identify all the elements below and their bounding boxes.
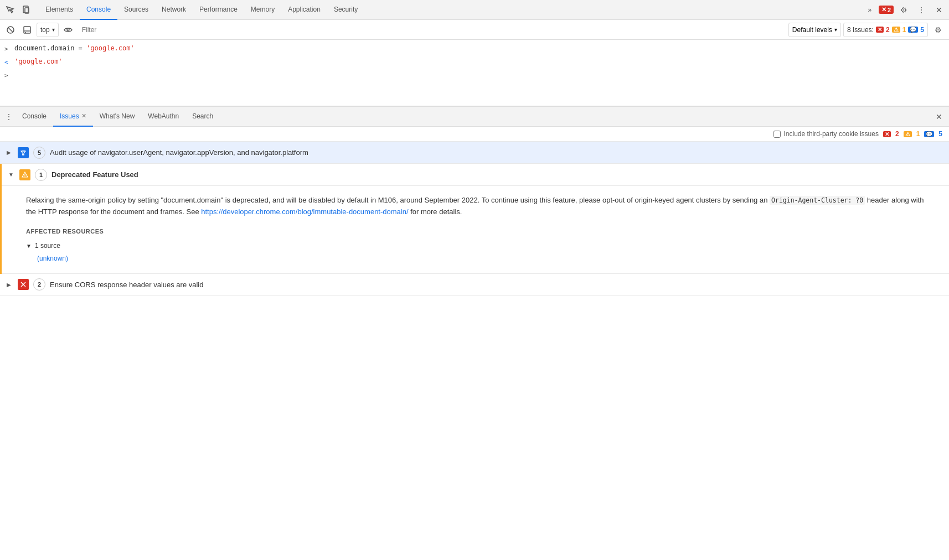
issue-row-cors[interactable]: ▶ 2 Ensure CORS response header values a…	[0, 274, 949, 296]
issue-icon-warning	[19, 169, 30, 180]
context-selector[interactable]: top ▾	[37, 23, 59, 37]
chevron-down-icon: ▾	[52, 27, 55, 33]
info-count: 5	[920, 26, 924, 34]
issues-count-badge: 8 Issues: ✕ 2 ⚠ 1 💬 5	[843, 23, 928, 37]
issue-deprecated-section: ▼ 1 Deprecated Feature Used Relaxing the…	[0, 164, 949, 274]
devtools-tab-bar: Elements Console Sources Network Perform…	[0, 0, 949, 20]
issue-count-deprecated: 1	[35, 169, 47, 181]
warning-count: 1	[902, 26, 906, 34]
collapse-arrow-deprecated: ▼	[8, 172, 15, 178]
error-count: 2	[886, 26, 890, 34]
clear-console-button[interactable]	[3, 23, 18, 37]
tab-security[interactable]: Security	[327, 0, 364, 20]
issue-title-navigator: Audit usage of navigator.userAgent, navi…	[50, 148, 308, 157]
more-menu-button[interactable]: ⋮	[914, 2, 929, 18]
filter-error-badge: ✕	[883, 131, 891, 137]
tab-network[interactable]: Network	[155, 0, 193, 20]
issue-title-cors: Ensure CORS response header values are v…	[50, 281, 203, 289]
close-devtools-button[interactable]: ✕	[931, 2, 947, 18]
bottom-more-button[interactable]: ⋮	[2, 110, 16, 123]
issues-tab-close[interactable]: ✕	[81, 112, 86, 120]
bottom-tab-bar: ⋮ Console Issues ✕ What's New WebAuthn S…	[0, 107, 949, 127]
top-icon-group	[2, 2, 34, 18]
bottom-tab-search[interactable]: Search	[185, 107, 220, 127]
svg-rect-4	[24, 27, 30, 33]
bottom-tab-whatsnew[interactable]: What's New	[93, 107, 142, 127]
svg-rect-8	[22, 151, 25, 152]
collapse-arrow-navigator: ▶	[7, 149, 13, 155]
bottom-tab-issues[interactable]: Issues ✕	[53, 107, 93, 127]
device-toggle-button[interactable]	[19, 2, 34, 18]
bottom-tab-console[interactable]: Console	[16, 107, 53, 127]
console-line-empty: >	[0, 69, 949, 82]
issues-filter-bar: Include third-party cookie issues ✕ 2 ⚠ …	[0, 127, 949, 142]
issue-row-deprecated[interactable]: ▼ 1 Deprecated Feature Used	[2, 164, 949, 186]
output-arrow: <	[4, 58, 11, 68]
issue-detail-deprecated: Relaxing the same-origin policy by setti…	[2, 186, 949, 274]
source-toggle[interactable]: ▼ 1 source	[26, 241, 936, 251]
tab-performance[interactable]: Performance	[193, 0, 244, 20]
filter-info-badge: 💬	[924, 131, 934, 137]
tab-memory[interactable]: Memory	[244, 0, 281, 20]
info-count-icon: 💬	[908, 27, 918, 33]
svg-line-3	[8, 28, 13, 32]
console-toolbar: top ▾ Default levels ▾ 8 Issues: ✕ 2 ⚠ 1…	[0, 20, 949, 40]
svg-rect-10	[25, 174, 25, 176]
svg-rect-9	[22, 154, 24, 155]
issue-row-navigator[interactable]: ▶ 5 Audit usage of navigator.userAgent, …	[0, 142, 949, 164]
issue-icon-info	[18, 147, 29, 158]
affected-resources-section: AFFECTED RESOURCES ▼ 1 source (unknown)	[26, 227, 936, 265]
console-line-output: < 'google.com'	[0, 55, 949, 69]
warning-count-icon: ⚠	[892, 27, 900, 33]
error-count-icon: ✕	[876, 27, 884, 33]
more-tabs-button[interactable]: »	[863, 3, 876, 17]
error-badge: ✕ 2	[879, 6, 894, 14]
issue-icon-error	[18, 279, 29, 290]
collapse-arrow-cors: ▶	[7, 282, 13, 288]
filter-input[interactable]	[78, 24, 786, 36]
input-arrow: >	[4, 44, 11, 54]
default-levels-button[interactable]: Default levels ▾	[788, 23, 841, 37]
svg-point-7	[67, 29, 69, 31]
issue-description-text: Relaxing the same-origin policy by setti…	[26, 195, 936, 218]
svg-rect-11	[25, 176, 25, 177]
filter-warning-badge: ⚠	[904, 131, 912, 137]
empty-arrow: >	[4, 71, 11, 81]
console-output-value: 'google.com'	[14, 56, 63, 66]
issue-count-navigator: 5	[33, 147, 45, 159]
tab-elements[interactable]: Elements	[39, 0, 80, 20]
chevron-down-icon: ▾	[834, 27, 837, 33]
tabs-right-group: » ✕ 2 ⚙ ⋮ ✕	[863, 2, 947, 18]
bottom-tab-webauthn[interactable]: WebAuthn	[141, 107, 185, 127]
third-party-cookie-checkbox-label[interactable]: Include third-party cookie issues	[773, 130, 879, 138]
tab-sources[interactable]: Sources	[117, 0, 155, 20]
affected-resources-title: AFFECTED RESOURCES	[26, 227, 936, 237]
issue-detail-link[interactable]: https://developer.chrome.com/blog/immuta…	[201, 208, 408, 216]
close-bottom-panel-button[interactable]: ✕	[931, 109, 947, 125]
console-output-area: > document.domain = 'google.com' < 'goog…	[0, 40, 949, 106]
issue-count-cors: 2	[33, 278, 45, 291]
show-drawer-button[interactable]	[20, 23, 34, 37]
tab-console[interactable]: Console	[80, 0, 117, 20]
tab-application[interactable]: Application	[281, 0, 327, 20]
bottom-tab-close-btn: ✕	[931, 109, 947, 125]
live-expressions-button[interactable]	[61, 23, 75, 37]
third-party-cookie-checkbox[interactable]	[773, 131, 781, 138]
console-code-normal: document.domain = 'google.com'	[14, 43, 135, 53]
console-line-input: > document.domain = 'google.com'	[0, 42, 949, 55]
settings-button[interactable]: ⚙	[896, 2, 911, 18]
console-settings-button[interactable]: ⚙	[930, 22, 946, 38]
source-arrow: ▼	[26, 242, 32, 251]
source-item-unknown[interactable]: (unknown)	[37, 253, 936, 264]
svg-rect-0	[23, 6, 28, 13]
bottom-panel: ⋮ Console Issues ✕ What's New WebAuthn S…	[0, 106, 949, 296]
inspect-element-button[interactable]	[2, 2, 18, 18]
issue-title-deprecated: Deprecated Feature Used	[51, 170, 138, 179]
